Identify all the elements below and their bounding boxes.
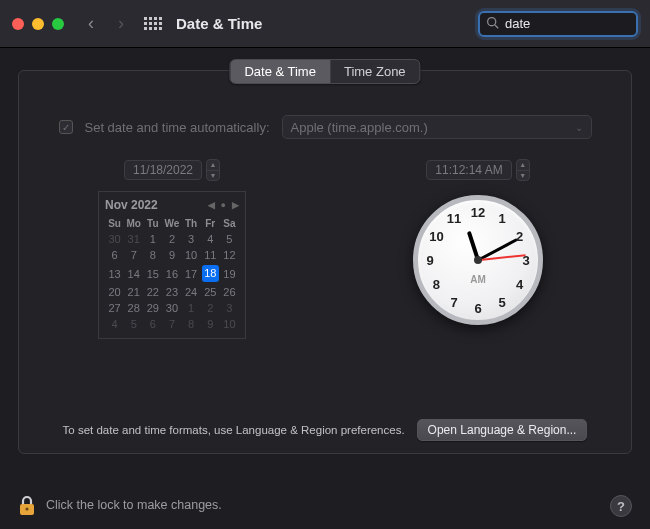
calendar-day-cell[interactable]: 22 (143, 284, 162, 300)
date-field[interactable]: 11/18/2022 (124, 160, 202, 180)
lock-hint-label: Click the lock to make changes. (46, 498, 222, 512)
calendar-day-cell[interactable]: 27 (105, 300, 124, 316)
calendar-day-cell[interactable]: 1 (143, 231, 162, 247)
time-stepper-arrows[interactable]: ▲▼ (516, 159, 530, 181)
calendar-day-cell[interactable]: 30 (162, 300, 181, 316)
svg-point-0 (488, 17, 496, 25)
calendar-day-cell[interactable]: 2 (201, 300, 220, 316)
tab-time-zone[interactable]: Time Zone (330, 60, 420, 83)
calendar-day-cell[interactable]: 1 (182, 300, 201, 316)
clock-number: 6 (474, 301, 481, 316)
calendar-day-cell[interactable]: 25 (201, 284, 220, 300)
calendar-day-cell[interactable]: 18 (201, 263, 220, 284)
clock-ampm-label: AM (470, 274, 486, 285)
clock-number: 1 (498, 211, 505, 226)
calendar-day-cell[interactable]: 30 (105, 231, 124, 247)
calendar-day-cell[interactable]: 17 (182, 263, 201, 284)
calendar-day-cell[interactable]: 2 (162, 231, 181, 247)
tab-date-time[interactable]: Date & Time (230, 60, 330, 83)
calendar-dow-header: Th (182, 216, 201, 231)
calendar-dow-header: Su (105, 216, 124, 231)
back-button[interactable]: ‹ (80, 13, 102, 34)
calendar-day-cell[interactable]: 4 (201, 231, 220, 247)
clock-number: 5 (498, 294, 505, 309)
format-hint-label: To set date and time formats, use Langua… (63, 424, 405, 436)
calendar-today-button[interactable]: ● (221, 200, 226, 210)
calendar-day-cell[interactable]: 4 (105, 316, 124, 332)
calendar-day-cell[interactable]: 7 (162, 316, 181, 332)
calendar-day-cell[interactable]: 3 (182, 231, 201, 247)
calendar-day-cell[interactable]: 6 (105, 247, 124, 263)
calendar-next-button[interactable]: ▶ (232, 200, 239, 210)
calendar-day-cell[interactable]: 21 (124, 284, 143, 300)
search-input[interactable] (505, 16, 650, 31)
calendar-prev-button[interactable]: ◀ (208, 200, 215, 210)
calendar-dow-header: We (162, 216, 181, 231)
main-panel: Date & Time Time Zone ✓ Set date and tim… (18, 70, 632, 454)
calendar[interactable]: Nov 2022 ◀ ● ▶ SuMoTuWeThFrSa 3031123456… (98, 191, 246, 339)
close-window-button[interactable] (12, 18, 24, 30)
svg-point-3 (25, 507, 28, 510)
time-stepper[interactable]: 11:12:14 AM ▲▼ (426, 159, 529, 181)
calendar-day-cell[interactable]: 11 (201, 247, 220, 263)
calendar-day-cell[interactable]: 16 (162, 263, 181, 284)
calendar-day-cell[interactable]: 23 (162, 284, 181, 300)
time-server-value: Apple (time.apple.com.) (291, 120, 428, 135)
zoom-window-button[interactable] (52, 18, 64, 30)
calendar-day-cell[interactable]: 15 (143, 263, 162, 284)
calendar-day-cell[interactable]: 6 (143, 316, 162, 332)
calendar-day-cell[interactable]: 14 (124, 263, 143, 284)
help-button[interactable]: ? (610, 495, 632, 517)
search-field-wrap[interactable]: ✕ (478, 11, 638, 37)
auto-set-label: Set date and time automatically: (85, 120, 270, 135)
calendar-day-cell[interactable]: 8 (143, 247, 162, 263)
date-stepper-arrows[interactable]: ▲▼ (206, 159, 220, 181)
calendar-dow-header: Tu (143, 216, 162, 231)
window-title: Date & Time (176, 15, 262, 32)
panel-footer: To set date and time formats, use Langua… (19, 419, 631, 441)
calendar-day-cell[interactable]: 29 (143, 300, 162, 316)
auto-set-checkbox[interactable]: ✓ (59, 120, 73, 134)
clock-number: 7 (450, 294, 457, 309)
clock-number: 11 (447, 211, 461, 226)
calendar-day-cell[interactable]: 31 (124, 231, 143, 247)
calendar-day-cell[interactable]: 13 (105, 263, 124, 284)
time-server-dropdown[interactable]: Apple (time.apple.com.) ⌄ (282, 115, 592, 139)
analog-clock[interactable]: AM 121234567891011 (413, 195, 543, 325)
calendar-day-cell[interactable]: 24 (182, 284, 201, 300)
calendar-day-cell[interactable]: 5 (124, 316, 143, 332)
minimize-window-button[interactable] (32, 18, 44, 30)
time-field[interactable]: 11:12:14 AM (426, 160, 511, 180)
calendar-day-cell[interactable]: 26 (220, 284, 239, 300)
calendar-day-cell[interactable]: 10 (220, 316, 239, 332)
time-column: 11:12:14 AM ▲▼ AM 121234567891011 (325, 159, 631, 405)
date-stepper[interactable]: 11/18/2022 ▲▼ (124, 159, 220, 181)
calendar-day-cell[interactable]: 19 (220, 263, 239, 284)
clock-number: 10 (429, 229, 443, 244)
calendar-dow-header: Mo (124, 216, 143, 231)
calendar-day-cell[interactable]: 7 (124, 247, 143, 263)
calendar-day-cell[interactable]: 10 (182, 247, 201, 263)
calendar-day-cell[interactable]: 12 (220, 247, 239, 263)
clock-number: 4 (516, 277, 523, 292)
clock-number: 8 (433, 277, 440, 292)
clock-number: 9 (426, 253, 433, 268)
calendar-day-cell[interactable]: 20 (105, 284, 124, 300)
forward-button[interactable]: › (110, 13, 132, 34)
calendar-grid: SuMoTuWeThFrSa 3031123456789101112131415… (105, 216, 239, 332)
open-language-region-button[interactable]: Open Language & Region... (417, 419, 588, 441)
calendar-month-label: Nov 2022 (105, 198, 158, 212)
date-column: 11/18/2022 ▲▼ Nov 2022 ◀ ● ▶ SuMoTuWeThF… (19, 159, 325, 405)
clock-number: 2 (516, 229, 523, 244)
calendar-day-cell[interactable]: 3 (220, 300, 239, 316)
show-all-prefs-button[interactable] (144, 17, 162, 30)
calendar-day-cell[interactable]: 28 (124, 300, 143, 316)
calendar-day-cell[interactable]: 9 (162, 247, 181, 263)
calendar-dow-header: Sa (220, 216, 239, 231)
lock-icon[interactable] (18, 495, 36, 515)
calendar-day-cell[interactable]: 9 (201, 316, 220, 332)
calendar-day-cell[interactable]: 5 (220, 231, 239, 247)
chevron-down-icon: ⌄ (575, 122, 583, 133)
clock-number: 12 (471, 205, 485, 220)
calendar-day-cell[interactable]: 8 (182, 316, 201, 332)
